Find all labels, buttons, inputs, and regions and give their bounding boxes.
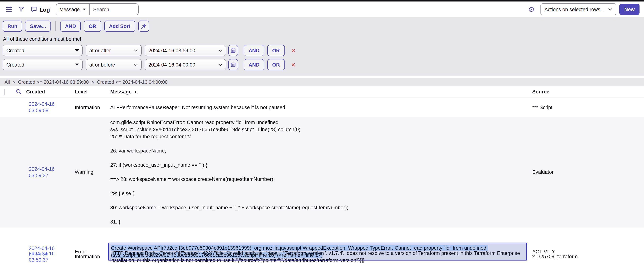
table-row[interactable]: 2024-04-1603:59:37 Warning com.glide.scr… bbox=[0, 116, 644, 228]
remove-condition-button[interactable]: ✕ bbox=[291, 48, 296, 53]
condition-or-button[interactable]: OR bbox=[268, 59, 285, 70]
created-time: 03:59:08 bbox=[29, 108, 48, 113]
list-search: Message bbox=[56, 3, 139, 15]
condition-and-button[interactable]: AND bbox=[244, 45, 264, 56]
dropdown-caret-icon bbox=[83, 8, 86, 10]
search-icon bbox=[16, 88, 22, 95]
chat-bubble-icon bbox=[30, 6, 37, 12]
actions-on-rows-dropdown[interactable]: Actions on selected rows... bbox=[540, 3, 616, 15]
pin-filter-button[interactable] bbox=[138, 20, 149, 32]
source-cell: *** Script bbox=[531, 104, 644, 110]
calendar-icon bbox=[230, 48, 236, 53]
created-date: 2024-04-16 bbox=[29, 166, 54, 172]
created-time: 03:59:37 bbox=[29, 257, 48, 262]
condition-operator-value: at or before bbox=[89, 62, 115, 68]
chevron-down-icon bbox=[134, 63, 138, 66]
funnel-icon bbox=[18, 6, 24, 12]
created-time: 03:59:37 bbox=[29, 172, 48, 178]
condition-field-value: Created bbox=[6, 48, 24, 53]
chevron-down-icon bbox=[608, 8, 612, 11]
new-button[interactable]: New bbox=[619, 4, 640, 15]
condition-field-value: Created bbox=[6, 62, 24, 68]
level-cell: Information bbox=[75, 104, 110, 110]
add-sort-button[interactable]: Add Sort bbox=[104, 20, 135, 32]
created-link[interactable]: 2024-04-1603:59:37 bbox=[29, 250, 54, 263]
column-search-toggle[interactable] bbox=[16, 88, 26, 95]
condition-operator-select[interactable]: at or after bbox=[86, 45, 142, 56]
breadcrumb-condition-1[interactable]: Created >= 2024-04-16 03:59:00 bbox=[18, 79, 89, 85]
calendar-icon bbox=[230, 62, 236, 67]
gear-icon: ⚙ bbox=[528, 6, 535, 13]
breadcrumb-separator: > bbox=[92, 79, 94, 85]
remove-condition-button[interactable]: ✕ bbox=[291, 62, 296, 68]
column-header-level[interactable]: Level bbox=[75, 89, 110, 94]
table-row-selected[interactable]: 2024-04-1603:59:37 Error Create Workspac… bbox=[0, 228, 644, 246]
log-list-screen: Log Message ⚙ Actions on selected rows..… bbox=[0, 0, 644, 265]
created-date: 2024-04-16 bbox=[29, 250, 54, 256]
condition-operator-select[interactable]: at or before bbox=[86, 59, 142, 70]
run-button[interactable]: Run bbox=[2, 20, 22, 32]
message-cell: ATFPerformancePauseReaper: Not resuming … bbox=[110, 102, 531, 113]
select-caret-icon bbox=[75, 49, 79, 52]
breadcrumb-all[interactable]: All bbox=[4, 79, 10, 85]
save-button[interactable]: Save... bbox=[25, 20, 51, 32]
created-link[interactable]: 2024-04-1603:59:37 bbox=[29, 166, 54, 178]
filter-panel: Run Save... AND OR Add Sort All of these… bbox=[0, 17, 644, 76]
window-top-edge bbox=[0, 0, 644, 2]
condition-or-button[interactable]: OR bbox=[268, 45, 285, 56]
created-link[interactable]: 2024-04-1603:59:08 bbox=[29, 101, 54, 114]
date-picker-button[interactable] bbox=[228, 45, 238, 56]
source-cell: ACTIVITY bbox=[531, 249, 644, 254]
breadcrumb-separator: > bbox=[12, 79, 15, 85]
search-scope-dropdown[interactable]: Message bbox=[56, 4, 90, 15]
column-header-created[interactable]: Created bbox=[26, 89, 75, 94]
or-button[interactable]: OR bbox=[84, 20, 101, 32]
condition-field-select[interactable]: Created bbox=[2, 59, 82, 70]
messages-button[interactable] bbox=[29, 5, 38, 14]
pushpin-icon bbox=[141, 23, 146, 29]
message-cell: HTTP Request Body: {"errors":[{"status":… bbox=[110, 247, 531, 265]
filter-toolbar: Run Save... AND OR Add Sort bbox=[2, 20, 641, 32]
condition-value-select[interactable]: 2024-04-16 03:59:00 bbox=[145, 45, 226, 56]
condition-value-select[interactable]: 2024-04-16 04:00:00 bbox=[145, 59, 226, 70]
settings-button[interactable]: ⚙ bbox=[528, 6, 535, 13]
chevron-down-icon bbox=[134, 49, 138, 52]
hamburger-icon bbox=[6, 7, 12, 12]
condition-and-button[interactable]: AND bbox=[244, 59, 264, 70]
sort-ascending-icon: ▲ bbox=[134, 90, 137, 94]
condition-value: 2024-04-16 03:59:00 bbox=[148, 48, 195, 53]
actions-on-rows-label: Actions on selected rows... bbox=[544, 6, 604, 12]
created-date: 2024-04-16 bbox=[29, 101, 54, 107]
column-header-source[interactable]: Source bbox=[531, 89, 644, 94]
breadcrumb-condition-2[interactable]: Created <= 2024-04-16 04:00:00 bbox=[97, 79, 168, 85]
chevron-down-icon bbox=[218, 49, 222, 52]
table-header-row: Created Level Message ▲ Source bbox=[0, 86, 644, 98]
condition-row: Created at or before 2024-04-16 04:00:00… bbox=[2, 59, 641, 70]
level-cell: Error bbox=[75, 249, 110, 254]
level-cell: Warning bbox=[75, 169, 110, 175]
log-table: Created Level Message ▲ Source 2024-04-1… bbox=[0, 86, 644, 265]
search-scope-label: Message bbox=[59, 6, 80, 12]
table-row[interactable]: 2024-04-1603:59:08 Information ATFPerfor… bbox=[0, 98, 644, 116]
toolbar-divider bbox=[55, 21, 56, 31]
menu-button[interactable] bbox=[4, 5, 14, 14]
level-cell: Information bbox=[75, 254, 110, 260]
condition-value: 2024-04-16 04:00:00 bbox=[148, 62, 195, 68]
condition-field-select[interactable]: Created bbox=[2, 45, 82, 56]
date-picker-button[interactable] bbox=[228, 59, 238, 70]
chevron-down-icon bbox=[218, 63, 222, 66]
column-header-message-label: Message bbox=[110, 89, 132, 94]
conditions-heading: All of these conditions must be met bbox=[3, 36, 641, 42]
top-toolbar: Log Message ⚙ Actions on selected rows..… bbox=[0, 2, 644, 17]
message-cell: com.glide.script.RhinoEcmaError: Cannot … bbox=[110, 116, 531, 228]
panel-gap bbox=[0, 76, 644, 78]
and-button[interactable]: AND bbox=[60, 20, 81, 32]
filter-button[interactable] bbox=[17, 5, 26, 14]
select-caret-icon bbox=[75, 64, 79, 66]
column-header-message[interactable]: Message ▲ bbox=[110, 89, 531, 94]
source-cell: Evaluator bbox=[531, 169, 644, 175]
search-input[interactable] bbox=[90, 4, 138, 15]
select-all-checkbox[interactable] bbox=[4, 88, 4, 95]
source-cell: x_325709_terraform bbox=[531, 254, 644, 260]
page-title: Log bbox=[40, 6, 50, 12]
